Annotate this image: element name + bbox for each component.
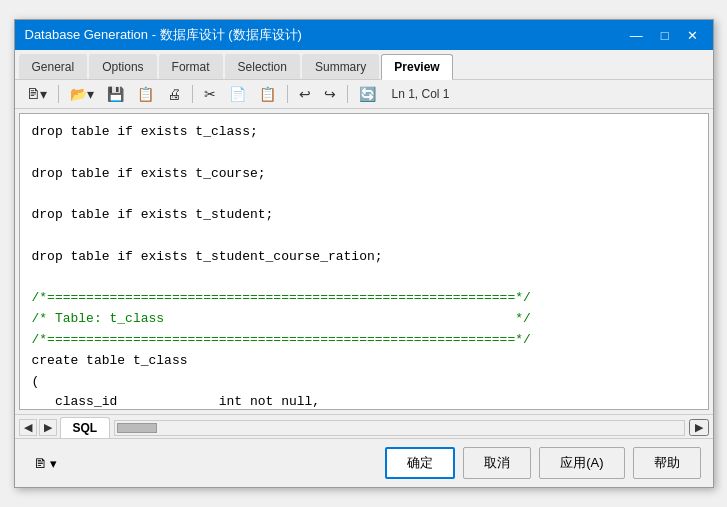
editor-area: drop table if exists t_class; drop table… xyxy=(19,113,709,410)
code-line: drop table if exists t_student; xyxy=(32,205,696,226)
window-title: Database Generation - 数据库设计 (数据库设计) xyxy=(25,26,302,44)
sep3 xyxy=(287,85,288,103)
new-btn[interactable]: 🖹▾ xyxy=(21,83,52,105)
code-line: class_id int not null, xyxy=(32,392,696,409)
code-line xyxy=(32,268,696,289)
code-comment: /*======================================… xyxy=(32,288,696,309)
tab-general[interactable]: General xyxy=(19,54,88,79)
saveas-btn[interactable]: 📋 xyxy=(132,83,159,105)
paste-btn[interactable]: 📋 xyxy=(254,83,281,105)
sep2 xyxy=(192,85,193,103)
help-button[interactable]: 帮助 xyxy=(633,447,701,479)
redo-btn[interactable]: ↪ xyxy=(319,83,341,105)
tab-summary[interactable]: Summary xyxy=(302,54,379,79)
code-editor[interactable]: drop table if exists t_class; drop table… xyxy=(20,114,708,409)
title-controls: — □ ✕ xyxy=(625,28,703,43)
scroll-thumb xyxy=(117,423,157,433)
cancel-button[interactable]: 取消 xyxy=(463,447,531,479)
footer-buttons: 确定 取消 应用(A) 帮助 xyxy=(385,447,700,479)
tab-selection[interactable]: Selection xyxy=(225,54,300,79)
cursor-status: Ln 1, Col 1 xyxy=(392,87,450,101)
save-btn[interactable]: 💾 xyxy=(102,83,129,105)
tab-nav: ◀ ▶ xyxy=(19,419,57,436)
maximize-button[interactable]: □ xyxy=(656,28,674,43)
open-btn[interactable]: 📂▾ xyxy=(65,83,99,105)
title-bar: Database Generation - 数据库设计 (数据库设计) — □ … xyxy=(15,20,713,50)
minimize-button[interactable]: — xyxy=(625,28,648,43)
tab-options[interactable]: Options xyxy=(89,54,156,79)
tab-preview[interactable]: Preview xyxy=(381,54,452,80)
apply-button[interactable]: 应用(A) xyxy=(539,447,624,479)
sep1 xyxy=(58,85,59,103)
code-comment: /*======================================… xyxy=(32,330,696,351)
close-button[interactable]: ✕ xyxy=(682,28,703,43)
code-line: drop table if exists t_course; xyxy=(32,164,696,185)
code-line xyxy=(32,226,696,247)
horizontal-scrollbar[interactable] xyxy=(114,420,684,436)
tab-left-arrow[interactable]: ◀ xyxy=(19,419,37,436)
code-line: drop table if exists t_student_course_ra… xyxy=(32,247,696,268)
tab-right-arrow[interactable]: ▶ xyxy=(39,419,57,436)
print-btn[interactable]: 🖨 xyxy=(162,83,186,105)
main-window: Database Generation - 数据库设计 (数据库设计) — □ … xyxy=(14,19,714,488)
code-line xyxy=(32,143,696,164)
copy-btn[interactable]: 📄 xyxy=(224,83,251,105)
code-comment: /* Table: t_class */ xyxy=(32,309,696,330)
sep4 xyxy=(347,85,348,103)
cut-btn[interactable]: ✂ xyxy=(199,83,221,105)
refresh-btn[interactable]: 🔄 xyxy=(354,83,381,105)
code-line xyxy=(32,184,696,205)
footer: 🖹 ▾ 确定 取消 应用(A) 帮助 xyxy=(15,438,713,487)
code-line: ( xyxy=(32,372,696,393)
scroll-right-btn[interactable]: ▶ xyxy=(689,419,709,436)
code-line: drop table if exists t_class; xyxy=(32,122,696,143)
code-line: create table t_class xyxy=(32,351,696,372)
footer-left: 🖹 ▾ xyxy=(27,453,65,474)
footer-icon-button[interactable]: 🖹 ▾ xyxy=(27,453,65,474)
confirm-button[interactable]: 确定 xyxy=(385,447,455,479)
tab-format[interactable]: Format xyxy=(159,54,223,79)
tabs-bar: General Options Format Selection Summary… xyxy=(15,50,713,80)
undo-btn[interactable]: ↩ xyxy=(294,83,316,105)
toolbar: 🖹▾ 📂▾ 💾 📋 🖨 ✂ 📄 📋 ↩ ↪ 🔄 Ln 1, Col 1 xyxy=(15,80,713,109)
bottom-tab-sql[interactable]: SQL xyxy=(60,417,111,438)
bottom-tabs-bar: ◀ ▶ SQL ▶ xyxy=(15,414,713,438)
